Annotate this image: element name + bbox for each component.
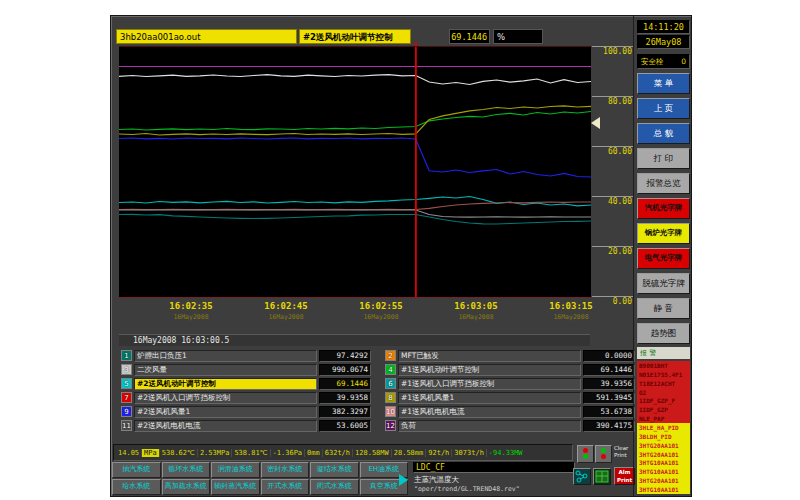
legend-row[interactable]: 2MFT已触发0.0000	[385, 349, 635, 362]
legend-row[interactable]: 1炉膛出口负压197.4292	[121, 349, 371, 362]
alarm-row[interactable]: N01E17S5.4F1	[637, 370, 690, 379]
legend-row[interactable]: 12负荷390.4175	[385, 419, 635, 432]
nav-button[interactable]: 密封水系统	[261, 462, 310, 478]
legend-row[interactable]: 4#1送风机动叶调节控制69.1446	[385, 363, 635, 376]
dcs-trend-window: 3hb20aa001ao.out #2送风机动叶调节控制 69.1446 % 1…	[110, 15, 692, 497]
y-tick-label: 0.00	[613, 297, 632, 306]
nav-button[interactable]: 高加疏水系统	[162, 479, 211, 495]
x-tick-time: 16:02:55	[345, 301, 417, 311]
nav-button[interactable]: 开式水系统	[261, 479, 310, 495]
semaphore-icon[interactable]	[595, 445, 612, 463]
series-name: #2送风机风量1	[134, 406, 317, 418]
series-value: 382.3297	[319, 406, 371, 418]
nav-button[interactable]: 闭式水系统	[310, 479, 359, 495]
sidebar-button[interactable]: 静 音	[637, 298, 690, 319]
legend-row[interactable]: 8#1送风机风量1591.3945	[385, 391, 635, 404]
nav-row-2: 给水系统高加疏水系统轴封蒸汽系统开式水系统闭式水系统真空系统	[112, 479, 408, 495]
safety-counter: 安全栓 0	[637, 54, 690, 69]
alarm-list-header: 报 警	[637, 347, 690, 359]
nav-button[interactable]: 循环水系统	[162, 462, 211, 478]
sidebar-button[interactable]: 上 页	[637, 98, 690, 119]
alarm-row[interactable]: 3HLE_HA_PID	[637, 423, 690, 432]
trend-file-field[interactable]: 3hb20aa001ao.out	[116, 29, 297, 44]
alarm-row[interactable]: O2	[637, 388, 690, 397]
nav-button[interactable]: 润滑油系统	[211, 462, 260, 478]
legend-row[interactable]: 9#2送风机风量1382.3297	[121, 405, 371, 418]
nav-button[interactable]: 抽汽系统	[112, 462, 161, 478]
alarm-tag-list: B9001BHTN01E17S5.4F1T18E12ACHTO21IDF_GZP…	[637, 361, 690, 494]
series-color-swatch: 6	[385, 378, 396, 389]
alarm-row[interactable]: 3HTG10AA101	[637, 485, 690, 494]
alarm-row[interactable]: 3HTG20AA101	[637, 476, 690, 485]
alarm-row[interactable]: 3BLDH_PID	[637, 432, 690, 441]
legend-row[interactable]: 3二次风量990.0674	[121, 363, 371, 376]
trend-chart	[119, 47, 591, 297]
sidebar-button[interactable]: 菜 单	[637, 73, 690, 94]
y-tick-label: 60.00	[608, 147, 632, 156]
command-input[interactable]: LDC_CF	[413, 462, 575, 473]
status-field: 538.62℃	[160, 449, 198, 457]
status-field: 538.81℃	[232, 449, 270, 457]
trend-series	[119, 138, 591, 177]
sidebar-button[interactable]: 趋势图	[637, 323, 690, 344]
trend-value-marker[interactable]	[591, 117, 600, 129]
y-tick-label: 80.00	[608, 97, 632, 106]
series-color-swatch: 10	[385, 406, 396, 417]
alarm-row[interactable]: T18E12ACHT	[637, 379, 690, 388]
trend-plot-area[interactable]	[119, 46, 591, 298]
alarm-row[interactable]: 3HTG10AA101	[637, 458, 690, 467]
series-name: #2送风机入口调节挡板控制	[134, 392, 317, 404]
x-tick-date: 16May2008	[345, 313, 417, 321]
nav-button[interactable]: 轴封蒸汽系统	[211, 479, 260, 495]
legend-row[interactable]: 7#2送风机入口调节挡板控制39.9358	[121, 391, 371, 404]
alarm-message-text: 主蒸汽温度大	[414, 475, 459, 485]
alarm-row[interactable]: 1IDF_GZP	[637, 405, 690, 414]
series-value: 69.1446	[583, 364, 635, 376]
alarm-row[interactable]: 1IDF_GZP_F	[637, 396, 690, 405]
series-name: 炉膛出口负压1	[134, 350, 317, 362]
status-field: -94.33MW	[487, 449, 525, 457]
legend-row[interactable]: 11#2送风机电机电流53.6005	[121, 419, 371, 432]
x-tick-date: 16May2008	[155, 313, 227, 321]
series-color-swatch: 8	[385, 392, 396, 403]
legend-row[interactable]: 6#1送风机入口调节挡板控制39.9356	[385, 377, 635, 390]
date-display: 26May08	[637, 35, 690, 49]
selected-tag-value: 69.1446	[449, 29, 490, 44]
grid-display-icon[interactable]	[593, 468, 611, 485]
sidebar-button[interactable]: 汽机光字牌	[637, 198, 690, 219]
sidebar-button[interactable]: 打 印	[637, 148, 690, 169]
alarm-row[interactable]: 3HTG20AA101	[637, 450, 690, 459]
semaphore-icon[interactable]	[577, 445, 594, 463]
x-tick-date: 16May2008	[440, 313, 512, 321]
sidebar-button[interactable]: 脱硫光字牌	[637, 273, 690, 294]
alm-print-button[interactable]: Alm Print	[614, 467, 635, 485]
nav-button[interactable]: 凝结水系统	[310, 462, 359, 478]
series-color-swatch: 9	[121, 406, 132, 417]
alarm-row[interactable]: B9001BHT	[637, 361, 690, 370]
sidebar-button[interactable]: 总 貌	[637, 123, 690, 144]
sidebar-button[interactable]: 电气光字牌	[637, 248, 690, 269]
legend-row[interactable]: 10#1送风机电机电流53.6738	[385, 405, 635, 418]
series-color-swatch: 2	[385, 350, 396, 361]
series-color-swatch: 1	[121, 350, 132, 361]
trend-series	[119, 214, 591, 224]
molecule-icon	[574, 469, 590, 484]
sidebar-button[interactable]: 锅炉光字牌	[637, 223, 690, 244]
y-axis-scale: 100.0080.0060.0040.0020.000.00	[592, 46, 633, 312]
sidebar-button[interactable]: 报警总览	[637, 173, 690, 194]
safety-label: 安全栓	[641, 55, 664, 68]
trend-series	[119, 106, 591, 135]
alarm-row[interactable]: 3HTG20AA101	[637, 441, 690, 450]
series-value: 390.4175	[583, 420, 635, 432]
selected-tag-field[interactable]: #2送风机动叶调节控制	[299, 29, 411, 44]
legend-row[interactable]: 5#2送风机动叶调节控制69.1446	[121, 377, 371, 390]
alarm-row[interactable]: 3HTG10AA101	[637, 467, 690, 476]
series-name: 二次风量	[134, 364, 317, 376]
alarm-row[interactable]: NLE_PAP	[637, 414, 690, 423]
cursor-timestamp-bar: 16May2008 16:03:00.5	[119, 334, 590, 346]
status-field: 2.53MPa	[198, 449, 233, 457]
trend-series	[119, 112, 591, 131]
network-icon[interactable]	[573, 468, 591, 485]
trend-series	[119, 202, 591, 210]
nav-button[interactable]: 给水系统	[112, 479, 161, 495]
